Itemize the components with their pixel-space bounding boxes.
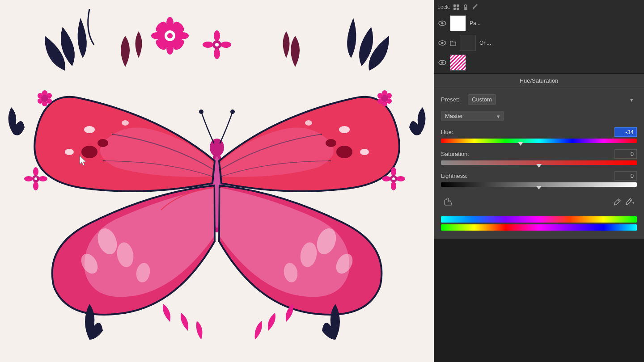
svg-point-26 (167, 33, 173, 38)
butterfly-artwork (0, 0, 434, 362)
preset-select[interactable]: Custom Default (468, 94, 496, 105)
eye-icon-3[interactable] (438, 59, 446, 66)
preset-row: Preset: Custom Default (441, 94, 637, 105)
panel-title: Hue/Saturation (434, 74, 644, 88)
svg-point-15 (326, 139, 336, 147)
lightness-thumb[interactable] (536, 186, 542, 189)
eye-icon-1[interactable] (438, 20, 446, 26)
hue-saturation-panel: Hue/Saturation Preset: Custom Default Ma… (434, 74, 644, 239)
hue-row: Hue: -34 (441, 127, 637, 137)
svg-point-75 (441, 42, 444, 44)
hue-slider-container: Hue: -34 (441, 127, 637, 143)
hand-tool-icon[interactable] (443, 197, 453, 207)
saturation-thumb[interactable] (536, 164, 542, 168)
svg-point-5 (230, 109, 235, 114)
layer-thumbnail-2 (460, 35, 476, 51)
svg-point-10 (97, 139, 108, 147)
svg-point-6 (84, 126, 95, 133)
lightness-value[interactable]: 0 (614, 171, 637, 181)
lock-label: Lock: (437, 4, 450, 10)
hue-label: Hue: (441, 129, 481, 135)
svg-point-40 (215, 43, 219, 46)
pen-icon[interactable] (472, 4, 479, 11)
svg-point-13 (360, 149, 369, 155)
channel-select[interactable]: Master Reds Yellows Greens Cyans Blues M… (441, 111, 504, 121)
eyedropper-plus-icon[interactable] (624, 197, 635, 207)
svg-point-11 (339, 126, 350, 133)
channel-select-wrapper[interactable]: Master Reds Yellows Greens Cyans Blues M… (441, 111, 504, 121)
folder-icon[interactable] (450, 40, 456, 46)
layer-name-1: Pa... (470, 20, 640, 26)
svg-point-37 (203, 42, 213, 48)
svg-rect-69 (453, 8, 456, 10)
svg-point-35 (214, 30, 220, 41)
layer-row-2[interactable]: Ori... (437, 33, 640, 53)
saturation-value[interactable]: 0 (614, 149, 637, 159)
svg-rect-70 (457, 8, 459, 10)
svg-point-8 (65, 149, 74, 155)
lightness-row: Lightness: 0 (441, 171, 637, 181)
eye-icon-2[interactable] (438, 40, 446, 46)
layer-thumbnail-3 (450, 55, 466, 71)
panel-body: Preset: Custom Default Master Reds Yello… (434, 88, 644, 239)
svg-point-50 (396, 176, 405, 181)
svg-point-36 (214, 48, 220, 59)
lock-area: Lock: (437, 4, 479, 11)
svg-point-73 (441, 22, 444, 25)
svg-point-77 (441, 62, 444, 64)
saturation-label: Saturation: (441, 151, 481, 157)
svg-point-27 (166, 17, 174, 29)
channel-row: Master Reds Yellows Greens Cyans Blues M… (441, 111, 637, 121)
right-panel: Lock: (434, 0, 644, 362)
svg-rect-71 (464, 7, 467, 10)
svg-point-42 (33, 181, 38, 190)
layer-row-3[interactable] (437, 53, 640, 72)
hue-track[interactable] (441, 139, 637, 143)
hue-thumb[interactable] (518, 142, 523, 146)
lock-closed-icon[interactable] (462, 4, 469, 11)
svg-point-12 (305, 120, 312, 126)
color-bar-2 (441, 224, 637, 231)
layers-header: Lock: (437, 4, 640, 11)
svg-point-3 (210, 139, 224, 156)
lock-icon (453, 4, 459, 10)
svg-point-46 (34, 177, 37, 180)
svg-point-7 (122, 120, 129, 126)
svg-point-9 (81, 146, 97, 158)
layer-name-2: Ori... (479, 40, 640, 46)
svg-point-47 (391, 167, 396, 176)
lightness-slider-container: Lightness: 0 (441, 171, 637, 187)
svg-rect-68 (457, 4, 459, 7)
preset-label: Preset: (441, 96, 463, 103)
svg-point-52 (392, 177, 395, 180)
color-bar-1 (441, 216, 637, 223)
svg-point-66 (381, 95, 388, 102)
lightness-track[interactable] (441, 182, 637, 187)
svg-point-44 (38, 176, 47, 181)
saturation-track[interactable] (441, 160, 637, 165)
lightness-label: Lightness: (441, 173, 481, 179)
svg-rect-67 (453, 4, 456, 7)
layer-thumbnail-1 (450, 15, 466, 31)
svg-point-30 (176, 32, 189, 39)
canvas-area (0, 0, 434, 362)
hue-value[interactable]: -34 (614, 127, 637, 137)
saturation-slider-container: Saturation: 0 (441, 149, 637, 165)
svg-point-41 (33, 167, 38, 176)
eyedropper-icon[interactable] (612, 197, 623, 207)
saturation-row: Saturation: 0 (441, 149, 637, 159)
layers-panel: Lock: (434, 0, 644, 74)
svg-point-43 (24, 176, 33, 181)
dark-fill-area (434, 239, 644, 362)
svg-point-59 (41, 95, 48, 102)
svg-point-49 (382, 176, 391, 181)
bottom-tools (441, 193, 637, 211)
svg-point-48 (391, 181, 396, 190)
svg-point-4 (199, 109, 203, 114)
svg-point-38 (220, 42, 231, 48)
svg-point-14 (336, 146, 352, 158)
preset-select-wrapper[interactable]: Custom Default (468, 94, 637, 105)
layer-row-1[interactable]: Pa... (437, 13, 640, 33)
svg-point-29 (151, 32, 164, 39)
svg-point-28 (166, 42, 174, 55)
